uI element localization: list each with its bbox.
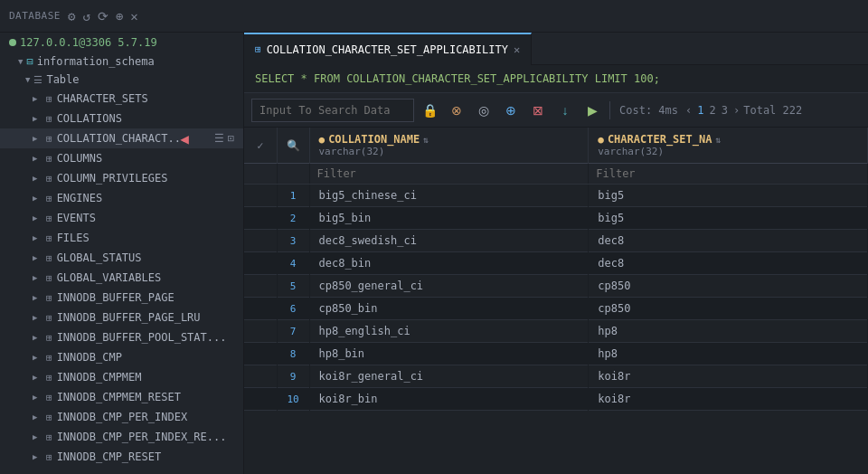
filter-row bbox=[244, 164, 868, 185]
row-check-cell[interactable] bbox=[244, 343, 277, 365]
reload-icon[interactable]: ⟳ bbox=[98, 9, 108, 24]
sort-icon-charset[interactable]: ⇅ bbox=[715, 135, 721, 145]
row-check-cell[interactable] bbox=[244, 275, 277, 298]
sidebar-item-innodb-buffer-page[interactable]: ▶ ⊞ INNODB_BUFFER_PAGE bbox=[0, 288, 243, 308]
github-button[interactable]: ◎ bbox=[472, 99, 495, 122]
item-label: INNODB_CMP_PER_INDEX bbox=[57, 411, 188, 423]
list-icon[interactable]: ☰ bbox=[214, 132, 224, 145]
row-check-cell[interactable] bbox=[244, 320, 277, 343]
content-area: ⊞ COLLATION_CHARACTER_SET_APPLICABILITY … bbox=[244, 33, 868, 474]
table-row: 7 hp8_english_ci hp8 bbox=[244, 320, 868, 343]
filter-charset-cell[interactable] bbox=[589, 164, 868, 185]
table-icon: ⊞ bbox=[46, 173, 52, 185]
connection-label: 127.0.0.1@3306 5.7.19 bbox=[20, 36, 157, 49]
sidebar-item-collations[interactable]: ▶ ⊞ COLLATIONS bbox=[0, 109, 243, 128]
refresh-icon[interactable]: ↺ bbox=[82, 9, 90, 24]
run-button[interactable]: ▶ bbox=[580, 99, 604, 122]
row-collation: dec8_bin bbox=[309, 252, 589, 275]
schema-label: information_schema bbox=[37, 55, 155, 68]
table-icon: ⊞ bbox=[46, 372, 52, 384]
add-row-button[interactable]: ⊕ bbox=[499, 99, 523, 122]
table-icon: ⊞ bbox=[46, 133, 52, 145]
row-check-cell[interactable] bbox=[244, 185, 277, 207]
table-row: 6 cp850_bin cp850 bbox=[244, 298, 868, 320]
tab-close-button[interactable]: ✕ bbox=[514, 43, 520, 56]
check-all-icon[interactable]: ✓ bbox=[257, 139, 263, 152]
row-charset: big5 bbox=[589, 207, 868, 230]
close-top-icon[interactable]: ✕ bbox=[130, 9, 137, 24]
row-check-cell[interactable] bbox=[244, 252, 277, 275]
database-label: DATABASE bbox=[9, 10, 61, 22]
sidebar-item-events[interactable]: ▶ ⊞ EVENTS bbox=[0, 208, 243, 228]
sidebar-item-character-sets[interactable]: ▶ ⊞ CHARACTER_SETS bbox=[0, 89, 243, 109]
sidebar-item-global-variables[interactable]: ▶ ⊞ GLOBAL_VARIABLES bbox=[0, 268, 243, 288]
chevron-icon: ▶ bbox=[33, 134, 42, 143]
search-input[interactable] bbox=[251, 99, 414, 122]
row-number: 7 bbox=[277, 320, 309, 343]
sidebar-item-innodb-buffer-page-lru[interactable]: ▶ ⊞ INNODB_BUFFER_PAGE_LRU bbox=[0, 308, 243, 327]
filter-collation-cell[interactable] bbox=[309, 164, 589, 185]
row-number: 10 bbox=[277, 388, 309, 411]
sidebar-item-innodb-cmp[interactable]: ▶ ⊞ INNODB_CMP bbox=[0, 347, 243, 367]
main-layout: 127.0.0.1@3306 5.7.19 ▼ ⊟ information_sc… bbox=[0, 33, 868, 474]
th-charset-name[interactable]: ● CHARACTER_SET_NA ⇅ varchar(32) bbox=[589, 128, 868, 164]
page-2-button[interactable]: 2 bbox=[710, 104, 716, 117]
delete-button[interactable]: ⊠ bbox=[526, 99, 550, 122]
sidebar-item-innodb-cmp-reset[interactable]: ▶ ⊞ INNODB_CMP_RESET bbox=[0, 447, 243, 467]
tab-label: COLLATION_CHARACTER_SET_APPLICABILITY bbox=[267, 43, 508, 56]
item-label: INNODB_CMP_RESET bbox=[57, 450, 162, 463]
row-check-cell[interactable] bbox=[244, 388, 277, 411]
col-name-collation: COLLATION_NAME bbox=[328, 133, 420, 146]
chevron-icon: ▶ bbox=[33, 253, 42, 262]
filter-charset-input[interactable] bbox=[596, 167, 860, 180]
item-label: ENGINES bbox=[57, 192, 103, 204]
sidebar-item-innodb-cmp-per-index-re[interactable]: ▶ ⊞ INNODB_CMP_PER_INDEX_RE... bbox=[0, 427, 243, 447]
table-icon: ⊞ bbox=[46, 93, 52, 105]
sidebar-item-files[interactable]: ▶ ⊞ FILES bbox=[0, 228, 243, 248]
sidebar-item-innodb-buffer-pool-stat[interactable]: ▶ ⊞ INNODB_BUFFER_POOL_STAT... bbox=[0, 327, 243, 347]
connection-item[interactable]: 127.0.0.1@3306 5.7.19 bbox=[0, 33, 243, 52]
filter-num-cell bbox=[277, 164, 309, 185]
table-container: ✓ 🔍 ● COLLATION_NAME ⇅ varchar(32) bbox=[244, 128, 868, 474]
next-page-button[interactable]: › bbox=[733, 104, 740, 117]
col-name-charset: CHARACTER_SET_NA bbox=[608, 133, 712, 146]
filter-collation-input[interactable] bbox=[317, 167, 581, 180]
copy-icon[interactable]: ⊡ bbox=[228, 132, 234, 145]
row-check-cell[interactable] bbox=[244, 207, 277, 230]
sidebar-item-innodb-cmp-per-index[interactable]: ▶ ⊞ INNODB_CMP_PER_INDEX bbox=[0, 407, 243, 427]
table-section[interactable]: ▼ ☰ Table bbox=[0, 71, 243, 89]
item-label: INNODB_CMPMEM bbox=[57, 371, 142, 384]
toolbar: 🔒 ⊗ ◎ ⊕ ⊠ ↓ ▶ Cost: 4ms ‹ 1 2 3 › Total … bbox=[244, 93, 868, 128]
add-icon[interactable]: ⊕ bbox=[116, 9, 123, 24]
page-1-button[interactable]: 1 bbox=[697, 104, 703, 117]
active-tab[interactable]: ⊞ COLLATION_CHARACTER_SET_APPLICABILITY … bbox=[244, 33, 532, 65]
sidebar-item-global-status[interactable]: ▶ ⊞ GLOBAL_STATUS bbox=[0, 248, 243, 268]
sidebar-item-column-privileges[interactable]: ▶ ⊞ COLUMN_PRIVILEGES bbox=[0, 168, 243, 188]
table-row: 9 koi8r_general_ci koi8r bbox=[244, 365, 868, 388]
prev-page-button[interactable]: ‹ bbox=[685, 104, 692, 117]
chevron-icon: ▶ bbox=[33, 213, 42, 223]
download-button[interactable]: ↓ bbox=[553, 99, 577, 122]
th-collation-name[interactable]: ● COLLATION_NAME ⇅ varchar(32) bbox=[309, 128, 589, 164]
row-collation: hp8_english_ci bbox=[309, 320, 589, 343]
sort-icon-collation[interactable]: ⇅ bbox=[423, 135, 429, 145]
settings-icon[interactable]: ⚙ bbox=[68, 9, 75, 24]
sidebar-item-columns[interactable]: ▶ ⊞ COLUMNS bbox=[0, 148, 243, 168]
sidebar-item-innodb-cmpmem-reset[interactable]: ▶ ⊞ INNODB_CMPMEM_RESET bbox=[0, 387, 243, 407]
sidebar-item-engines[interactable]: ▶ ⊞ ENGINES bbox=[0, 188, 243, 208]
schema-item[interactable]: ▼ ⊟ information_schema bbox=[0, 52, 243, 71]
filter-button[interactable]: ⊗ bbox=[445, 99, 468, 122]
chevron-icon: ▶ bbox=[33, 393, 42, 402]
page-3-button[interactable]: 3 bbox=[722, 104, 728, 117]
row-check-cell[interactable] bbox=[244, 230, 277, 252]
lock-button[interactable]: 🔒 bbox=[418, 99, 441, 122]
chevron-icon: ▶ bbox=[33, 412, 42, 422]
sidebar-item-collation-charset[interactable]: ▶ ⊞ COLLATION_CHARACT... ☰ ⊡ ◀ bbox=[0, 128, 243, 148]
row-check-cell[interactable] bbox=[244, 365, 277, 388]
col-type-collation: varchar(32) bbox=[319, 146, 580, 157]
data-table: ✓ 🔍 ● COLLATION_NAME ⇅ varchar(32) bbox=[244, 128, 868, 411]
th-check[interactable]: ✓ bbox=[244, 128, 277, 164]
sidebar-item-innodb-cmpmem[interactable]: ▶ ⊞ INNODB_CMPMEM bbox=[0, 367, 243, 387]
row-check-cell[interactable] bbox=[244, 298, 277, 320]
row-number: 1 bbox=[277, 185, 309, 207]
